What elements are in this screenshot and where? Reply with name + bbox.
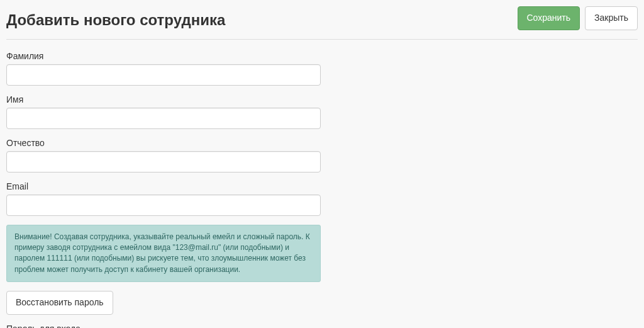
restore-password-wrap: Восстановить пароль	[6, 291, 321, 315]
restore-password-button[interactable]: Восстановить пароль	[6, 291, 113, 315]
email-input[interactable]	[6, 195, 321, 216]
patronymic-label: Отчество	[6, 138, 321, 148]
form-group-last-name: Фамилия	[6, 51, 321, 86]
password-warning-alert: Внимание! Создавая сотрудника, указывайт…	[6, 225, 321, 283]
password-label: Пароль для входа	[6, 324, 321, 328]
last-name-label: Фамилия	[6, 51, 321, 61]
email-label: Email	[6, 181, 321, 191]
patronymic-input[interactable]	[6, 151, 321, 172]
form-group-patronymic: Отчество	[6, 138, 321, 172]
last-name-input[interactable]	[6, 64, 321, 86]
page-title: Добавить нового сотрудника	[6, 10, 225, 30]
first-name-input[interactable]	[6, 108, 321, 129]
first-name-label: Имя	[6, 94, 321, 105]
form-group-first-name: Имя	[6, 94, 321, 129]
header-actions: Сохранить Закрыть	[518, 6, 638, 30]
form-group-email: Email	[6, 181, 321, 216]
page-header: Добавить нового сотрудника Сохранить Зак…	[6, 6, 638, 40]
save-button[interactable]: Сохранить	[518, 6, 580, 30]
close-button[interactable]: Закрыть	[585, 6, 638, 30]
form-group-password: Пароль для входа	[6, 324, 321, 328]
employee-form: Фамилия Имя Отчество Email Внимание! Соз…	[6, 51, 321, 328]
